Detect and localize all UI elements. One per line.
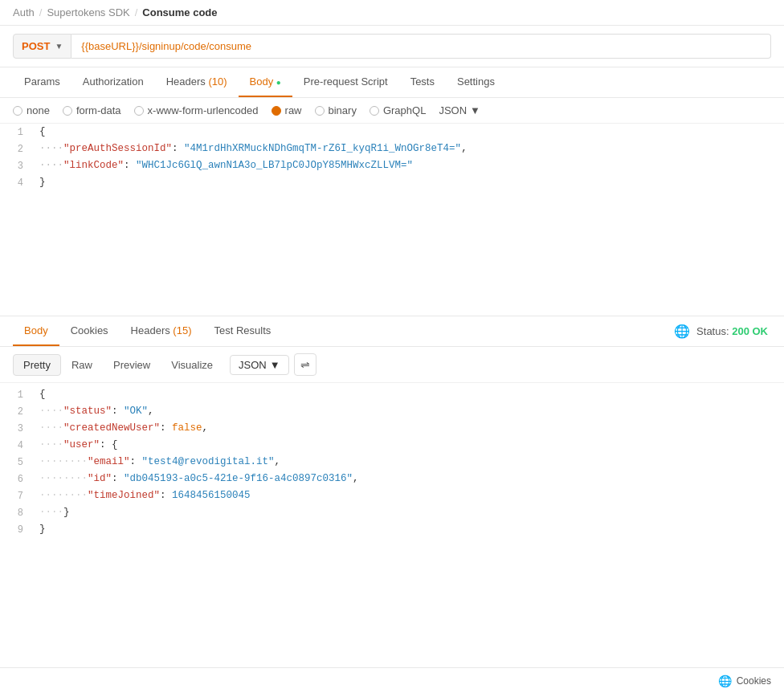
response-tabs-left: Body Cookies Headers (15) Test Results	[13, 316, 282, 346]
body-type-urlencoded[interactable]: x-www-form-urlencoded	[134, 104, 259, 116]
body-type-formdata-label: form-data	[76, 104, 121, 116]
resp-line-1: 1 {	[0, 386, 784, 403]
resp-line-3: 3 ····"createdNewUser": false,	[0, 420, 784, 437]
body-type-raw-label: raw	[285, 104, 302, 116]
status-text: Status: 200 OK	[696, 325, 768, 337]
req-line-1: 1 {	[0, 124, 784, 141]
body-type-urlencoded-label: x-www-form-urlencoded	[148, 104, 259, 116]
resp-line-4: 4 ····"user": {	[0, 437, 784, 454]
req-line-3: 3 ····"linkCode": "WHC1Jc6GlQ_awnN1A3o_L…	[0, 157, 784, 174]
resp-linecontent-6: ········"id": "db045193-a0c5-421e-9f16-a…	[36, 471, 784, 487]
tab-headers[interactable]: Headers (10)	[155, 67, 239, 97]
breadcrumb-sdk[interactable]: Supertokens SDK	[47, 6, 129, 18]
breadcrumb-auth[interactable]: Auth	[13, 6, 35, 18]
req-linecontent-2: ····"preAuthSessionId": "4M1rdHhXRMuckND…	[36, 141, 784, 157]
resp-linenum-5: 5	[0, 454, 36, 471]
response-editor: 1 { 2 ····"status": "OK", 3 ····"created…	[0, 383, 784, 541]
resp-linenum-6: 6	[0, 471, 36, 487]
breadcrumb: Auth / Supertokens SDK / Consume code	[0, 0, 784, 26]
body-type-graphql[interactable]: GraphQL	[370, 104, 426, 116]
resp-linecontent-4: ····"user": {	[36, 437, 784, 453]
req-line-2: 2 ····"preAuthSessionId": "4M1rdHhXRMuck…	[0, 141, 784, 157]
response-format-dropdown[interactable]: JSON ▼	[230, 355, 289, 375]
view-tab-raw[interactable]: Raw	[61, 354, 103, 376]
wrap-lines-button[interactable]: ⇌	[294, 353, 316, 376]
body-type-none[interactable]: none	[13, 104, 50, 116]
format-label: JSON	[439, 104, 467, 116]
resp-line-9: 9 }	[0, 521, 784, 538]
resp-linecontent-5: ········"email": "test4@revodigital.it",	[36, 454, 784, 470]
response-status-right: 🌐 Status: 200 OK	[674, 324, 771, 339]
view-tab-visualize[interactable]: Visualize	[161, 354, 223, 376]
resp-linenum-1: 1	[0, 386, 36, 403]
req-linenum-4: 4	[0, 174, 36, 191]
resp-line-8: 8 ····}	[0, 504, 784, 521]
tab-tests[interactable]: Tests	[399, 67, 446, 97]
req-linenum-1: 1	[0, 124, 36, 141]
response-section: Body Cookies Headers (15) Test Results 🌐…	[0, 316, 784, 541]
tab-body[interactable]: Body ●	[239, 67, 292, 97]
url-input[interactable]	[71, 34, 771, 59]
globe-icon: 🌐	[674, 324, 690, 339]
req-linecontent-1: {	[36, 124, 784, 140]
wrap-icon: ⇌	[300, 358, 310, 371]
body-type-formdata[interactable]: form-data	[63, 104, 121, 116]
format-dropdown[interactable]: JSON ▼	[439, 104, 480, 116]
request-editor: 1 { 2 ····"preAuthSessionId": "4M1rdHhXR…	[0, 124, 784, 316]
response-format-chevron-icon: ▼	[270, 359, 280, 371]
resp-linenum-4: 4	[0, 437, 36, 454]
resp-linenum-8: 8	[0, 504, 36, 521]
resp-linenum-3: 3	[0, 420, 36, 437]
radio-none	[13, 106, 22, 116]
request-tabs: Params Authorization Headers (10) Body ●…	[0, 67, 784, 98]
view-tab-preview[interactable]: Preview	[103, 354, 161, 376]
method-bar: POST ▼	[0, 26, 784, 67]
req-line-4: 4 }	[0, 174, 784, 191]
method-chevron-icon: ▼	[55, 42, 63, 51]
req-linecontent-3: ····"linkCode": "WHC1Jc6GlQ_awnN1A3o_LB7…	[36, 157, 784, 173]
response-tab-headers[interactable]: Headers (15)	[120, 316, 203, 346]
view-tab-pretty[interactable]: Pretty	[13, 354, 61, 376]
resp-line-7: 7 ········"timeJoined": 1648456150045	[0, 487, 784, 504]
resp-linecontent-2: ····"status": "OK",	[36, 403, 784, 419]
resp-linenum-7: 7	[0, 487, 36, 504]
breadcrumb-sep-2: /	[135, 6, 138, 18]
tab-params[interactable]: Params	[13, 67, 71, 97]
resp-linenum-2: 2	[0, 403, 36, 420]
radio-binary	[315, 106, 325, 116]
radio-raw	[272, 106, 281, 116]
body-type-none-label: none	[27, 104, 50, 116]
resp-linecontent-3: ····"createdNewUser": false,	[36, 420, 784, 436]
body-type-binary-label: binary	[329, 104, 357, 116]
method-dropdown[interactable]: POST ▼	[13, 34, 71, 59]
body-type-raw[interactable]: raw	[272, 104, 302, 116]
req-linecontent-4: }	[36, 174, 784, 190]
response-tab-test-results[interactable]: Test Results	[202, 316, 282, 346]
resp-line-6: 6 ········"id": "db045193-a0c5-421e-9f16…	[0, 471, 784, 487]
body-type-row: none form-data x-www-form-urlencoded raw…	[0, 98, 784, 124]
resp-linecontent-1: {	[36, 386, 784, 402]
radio-graphql	[370, 106, 379, 116]
response-tab-cookies[interactable]: Cookies	[59, 316, 120, 346]
tab-authorization[interactable]: Authorization	[71, 67, 155, 97]
resp-linecontent-8: ····}	[36, 504, 784, 520]
resp-linecontent-9: }	[36, 521, 784, 537]
tab-pre-request[interactable]: Pre-request Script	[292, 67, 399, 97]
req-linenum-3: 3	[0, 157, 36, 174]
breadcrumb-current: Consume code	[142, 6, 217, 18]
breadcrumb-sep-1: /	[39, 6, 43, 18]
resp-line-2: 2 ····"status": "OK",	[0, 403, 784, 420]
radio-formdata	[63, 106, 72, 116]
resp-line-5: 5 ········"email": "test4@revodigital.it…	[0, 454, 784, 471]
body-type-binary[interactable]: binary	[315, 104, 357, 116]
body-type-graphql-label: GraphQL	[383, 104, 426, 116]
radio-urlencoded	[134, 106, 144, 116]
response-format-label: JSON	[239, 359, 267, 371]
format-chevron-icon: ▼	[470, 104, 480, 116]
resp-linenum-9: 9	[0, 521, 36, 538]
method-label: POST	[22, 40, 50, 52]
resp-linecontent-7: ········"timeJoined": 1648456150045	[36, 487, 784, 503]
req-linenum-2: 2	[0, 141, 36, 157]
tab-settings[interactable]: Settings	[446, 67, 506, 97]
response-tab-body[interactable]: Body	[13, 316, 59, 346]
